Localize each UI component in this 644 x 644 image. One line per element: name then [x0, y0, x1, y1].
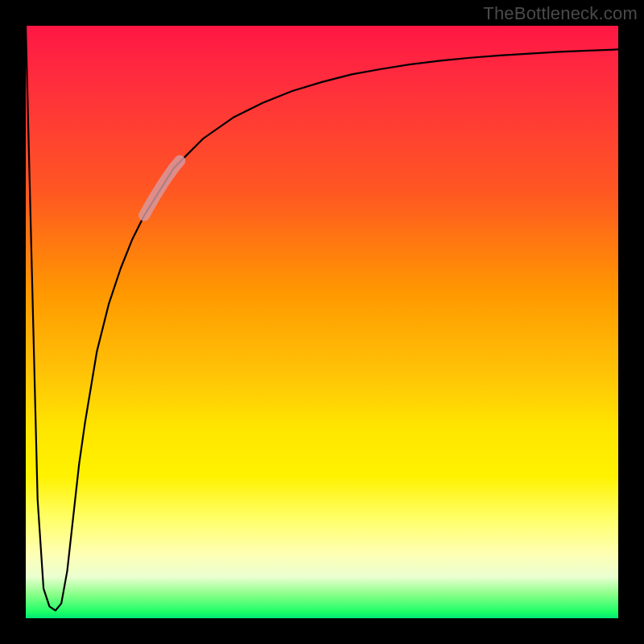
highlight-segment — [144, 161, 180, 216]
bottleneck-curve — [26, 26, 618, 610]
chart-frame: TheBottleneck.com — [0, 0, 644, 644]
watermark-text: TheBottleneck.com — [483, 3, 638, 24]
curve-layer — [26, 26, 618, 618]
plot-area — [26, 26, 618, 618]
